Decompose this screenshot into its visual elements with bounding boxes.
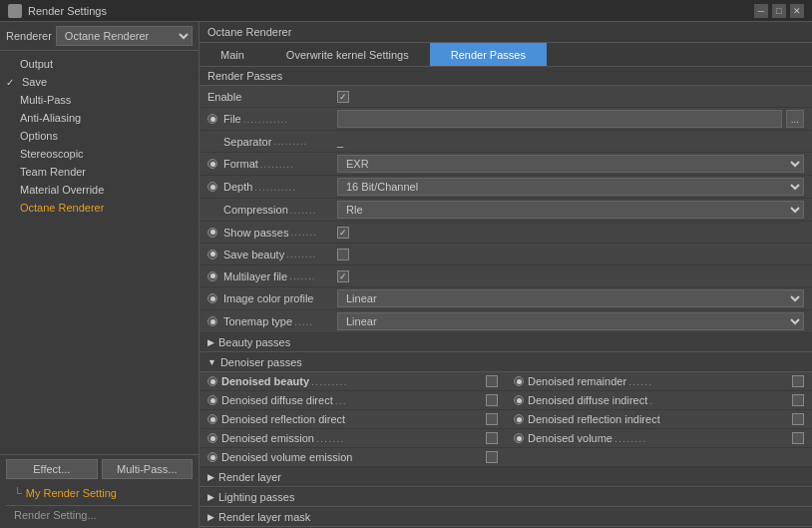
image-color-profile-radio[interactable] bbox=[207, 293, 217, 303]
multilayer-value bbox=[337, 270, 804, 282]
window-title: Render Settings bbox=[28, 5, 107, 17]
file-browse-button[interactable]: ... bbox=[786, 110, 804, 128]
denoiser-diffuse-direct-checkbox[interactable] bbox=[486, 394, 498, 406]
sidebar-item-label: Material Override bbox=[20, 184, 104, 196]
denoiser-remainder-checkbox[interactable] bbox=[792, 375, 804, 387]
bottom-buttons: Effect... Multi-Pass... bbox=[6, 459, 193, 479]
file-input[interactable] bbox=[337, 110, 782, 128]
denoiser-volume-radio[interactable] bbox=[514, 433, 524, 443]
denoiser-item-diffuse-indirect: Denoised diffuse indirect . bbox=[506, 391, 812, 410]
denoiser-volume-checkbox[interactable] bbox=[792, 432, 804, 444]
denoiser-item-remainder: Denoised remainder ...... bbox=[506, 372, 812, 391]
separator-text: _ bbox=[337, 136, 343, 148]
denoiser-passes-arrow-icon: ▼ bbox=[207, 357, 216, 367]
multilayer-radio[interactable] bbox=[207, 271, 217, 281]
denoiser-reflection-direct-radio[interactable] bbox=[207, 414, 217, 424]
tab-overwrite[interactable]: Overwrite kernel Settings bbox=[265, 43, 430, 66]
denoiser-diffuse-indirect-checkbox[interactable] bbox=[792, 394, 804, 406]
denoiser-emission-checkbox[interactable] bbox=[486, 432, 498, 444]
denoiser-reflection-direct-checkbox[interactable] bbox=[486, 413, 498, 425]
denoiser-beauty-radio[interactable] bbox=[207, 376, 217, 386]
file-label: File ............ bbox=[207, 113, 337, 125]
multilayer-checkbox[interactable] bbox=[337, 270, 349, 282]
renderer-select[interactable]: Octane Renderer bbox=[56, 26, 193, 46]
nav-list: Output ✓ Save Multi-Pass Anti-Aliasing O… bbox=[0, 51, 199, 454]
denoiser-item-reflection-indirect: Denoised reflection indirect bbox=[506, 410, 812, 429]
close-button[interactable]: ✕ bbox=[790, 4, 804, 18]
denoiser-grid: Denoised beauty ......... Denoised remai… bbox=[200, 372, 812, 467]
sidebar-item-output[interactable]: Output bbox=[0, 55, 199, 73]
content-header: Octane Renderer bbox=[200, 22, 812, 43]
denoiser-beauty-checkbox[interactable] bbox=[486, 375, 498, 387]
compression-select[interactable]: None Rle Zip bbox=[337, 201, 804, 219]
field-depth: Depth ........... 8 Bit/Channel 16 Bit/C… bbox=[200, 176, 812, 199]
field-file: File ............ ... bbox=[200, 108, 812, 131]
field-enable: Enable bbox=[200, 86, 812, 108]
render-layer-section: ▶ Render layer bbox=[200, 468, 812, 488]
sidebar-item-label: Stereoscopic bbox=[20, 148, 84, 160]
tonemap-select[interactable]: Linear Gamma bbox=[337, 312, 804, 330]
multilayer-label: Multilayer file ....... bbox=[207, 270, 337, 282]
sidebar-item-save[interactable]: ✓ Save bbox=[0, 73, 199, 91]
denoiser-emission-radio[interactable] bbox=[207, 433, 217, 443]
render-layer-mask-header[interactable]: ▶ Render layer mask bbox=[200, 508, 812, 527]
enable-value bbox=[337, 91, 804, 103]
render-layer-arrow-icon: ▶ bbox=[207, 472, 214, 482]
denoiser-item-diffuse-direct: Denoised diffuse direct ... bbox=[200, 391, 506, 410]
sidebar-item-anti-aliasing[interactable]: Anti-Aliasing bbox=[0, 109, 199, 127]
denoiser-volume-emission-checkbox[interactable] bbox=[486, 451, 498, 463]
format-radio[interactable] bbox=[207, 159, 217, 169]
preset-item[interactable]: └ My Render Setting bbox=[6, 485, 193, 501]
format-label: Format ......... bbox=[207, 158, 337, 170]
effect-button[interactable]: Effect... bbox=[6, 459, 98, 479]
sidebar-item-team-render[interactable]: Team Render bbox=[0, 163, 199, 181]
sidebar-item-label: Team Render bbox=[20, 166, 86, 178]
beauty-passes-arrow-icon: ▶ bbox=[207, 337, 214, 347]
show-passes-value bbox=[337, 227, 804, 239]
image-color-profile-label: Image color profile bbox=[207, 292, 337, 304]
save-beauty-checkbox[interactable] bbox=[337, 249, 349, 261]
enable-checkbox[interactable] bbox=[337, 91, 349, 103]
denoiser-item-volume: Denoised volume ........ bbox=[506, 429, 812, 448]
tonemap-radio[interactable] bbox=[207, 316, 217, 326]
sidebar-item-octane-renderer[interactable]: Octane Renderer bbox=[0, 199, 199, 217]
render-layer-label: Render layer bbox=[218, 471, 281, 483]
denoiser-passes-header[interactable]: ▼ Denoiser passes bbox=[200, 353, 812, 372]
depth-value: 8 Bit/Channel 16 Bit/Channel 32 Bit/Chan… bbox=[337, 178, 804, 196]
check-icon: ✓ bbox=[6, 77, 14, 88]
denoiser-diffuse-direct-radio[interactable] bbox=[207, 395, 217, 405]
denoiser-reflection-indirect-radio[interactable] bbox=[514, 414, 524, 424]
file-radio[interactable] bbox=[207, 114, 217, 124]
minimize-button[interactable]: ─ bbox=[754, 4, 768, 18]
sidebar-item-multi-pass[interactable]: Multi-Pass bbox=[0, 91, 199, 109]
sidebar-item-material-override[interactable]: Material Override bbox=[0, 181, 199, 199]
denoiser-item-reflection-direct: Denoised reflection direct bbox=[200, 410, 506, 429]
save-beauty-radio[interactable] bbox=[207, 250, 217, 260]
lighting-passes-header[interactable]: ▶ Lighting passes bbox=[200, 488, 812, 507]
lighting-passes-label: Lighting passes bbox=[218, 491, 294, 503]
image-color-profile-value: Linear sRGB bbox=[337, 289, 804, 307]
tab-render-passes[interactable]: Render Passes bbox=[430, 43, 547, 66]
render-layer-header[interactable]: ▶ Render layer bbox=[200, 468, 812, 487]
depth-select[interactable]: 8 Bit/Channel 16 Bit/Channel 32 Bit/Chan… bbox=[337, 178, 804, 196]
tab-main[interactable]: Main bbox=[200, 43, 265, 66]
image-color-profile-select[interactable]: Linear sRGB bbox=[337, 289, 804, 307]
denoiser-reflection-indirect-checkbox[interactable] bbox=[792, 413, 804, 425]
show-passes-radio[interactable] bbox=[207, 228, 217, 238]
multi-pass-button[interactable]: Multi-Pass... bbox=[102, 459, 194, 479]
show-passes-checkbox[interactable] bbox=[337, 227, 349, 239]
maximize-button[interactable]: □ bbox=[772, 4, 786, 18]
denoiser-diffuse-indirect-radio[interactable] bbox=[514, 395, 524, 405]
beauty-passes-header[interactable]: ▶ Beauty passes bbox=[200, 333, 812, 352]
format-select[interactable]: EXR PNG JPEG TIFF bbox=[337, 155, 804, 173]
save-beauty-label: Save beauty ........ bbox=[207, 249, 337, 261]
denoiser-diffuse-indirect-label: Denoised diffuse indirect bbox=[528, 394, 647, 406]
render-layer-mask-label: Render layer mask bbox=[218, 511, 310, 523]
denoiser-remainder-radio[interactable] bbox=[514, 376, 524, 386]
sidebar-item-stereoscopic[interactable]: Stereoscopic bbox=[0, 145, 199, 163]
denoiser-placeholder bbox=[506, 448, 812, 467]
depth-radio[interactable] bbox=[207, 182, 217, 192]
denoiser-reflection-direct-label: Denoised reflection direct bbox=[221, 413, 345, 425]
denoiser-volume-emission-radio[interactable] bbox=[207, 452, 217, 462]
sidebar-item-options[interactable]: Options bbox=[0, 127, 199, 145]
